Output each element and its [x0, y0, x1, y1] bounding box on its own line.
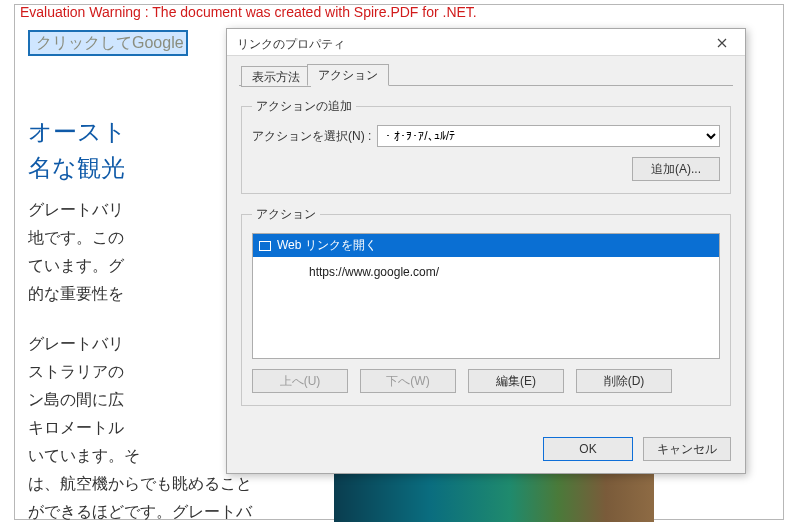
evaluation-warning: Evaluation Warning : The document was cr…	[20, 4, 477, 20]
move-down-button[interactable]: 下へ(W)	[360, 369, 456, 393]
tab-action[interactable]: アクション	[307, 64, 389, 86]
ok-button[interactable]: OK	[543, 437, 633, 461]
browser-icon	[259, 241, 271, 251]
add-button[interactable]: 追加(A)...	[632, 157, 720, 181]
add-action-legend: アクションの追加	[252, 98, 356, 115]
cancel-button[interactable]: キャンセル	[643, 437, 731, 461]
actions-legend: アクション	[252, 206, 320, 223]
body-paragraph-2: グレートバリ ストラリアの ン島の間に広 キロメートル いています。そ は、航空…	[28, 330, 252, 524]
move-up-button[interactable]: 上へ(U)	[252, 369, 348, 393]
action-item-url: https://www.google.com/	[253, 257, 719, 285]
heading-line-2: 名な観光	[28, 152, 125, 184]
action-item-title: Web リンクを開く	[277, 237, 377, 254]
dialog-titlebar[interactable]: リンクのプロパティ	[227, 29, 745, 56]
delete-button[interactable]: 削除(D)	[576, 369, 672, 393]
link-properties-dialog: リンクのプロパティ 表示方法 アクション アクションの追加 アクションを選択(N…	[226, 28, 746, 474]
select-action-label: アクションを選択(N) :	[252, 128, 371, 145]
edit-button[interactable]: 編集(E)	[468, 369, 564, 393]
dialog-title-text: リンクのプロパティ	[237, 36, 345, 53]
action-item-header[interactable]: Web リンクを開く	[253, 234, 719, 257]
heading-line-1: オースト	[28, 116, 127, 148]
action-select[interactable]: ・ｵ･ｦ･ｱ/､ｭﾙ/ﾃ	[377, 125, 720, 147]
body-paragraph-1: グレートバリ 地です。この ています。グ 的な重要性を	[28, 196, 124, 308]
add-action-group: アクションの追加 アクションを選択(N) : ・ｵ･ｦ･ｱ/､ｭﾙ/ﾃ 追加(A…	[241, 98, 731, 194]
google-link-annotation[interactable]: クリックしてGoogle	[28, 30, 188, 56]
close-icon	[717, 38, 727, 48]
actions-list[interactable]: Web リンクを開く https://www.google.com/	[252, 233, 720, 359]
close-button[interactable]	[707, 35, 737, 55]
reef-photo	[334, 472, 654, 522]
tab-bar: 表示方法 アクション	[239, 64, 733, 86]
actions-group: アクション Web リンクを開く https://www.google.com/…	[241, 206, 731, 406]
tab-display[interactable]: 表示方法	[241, 66, 311, 87]
